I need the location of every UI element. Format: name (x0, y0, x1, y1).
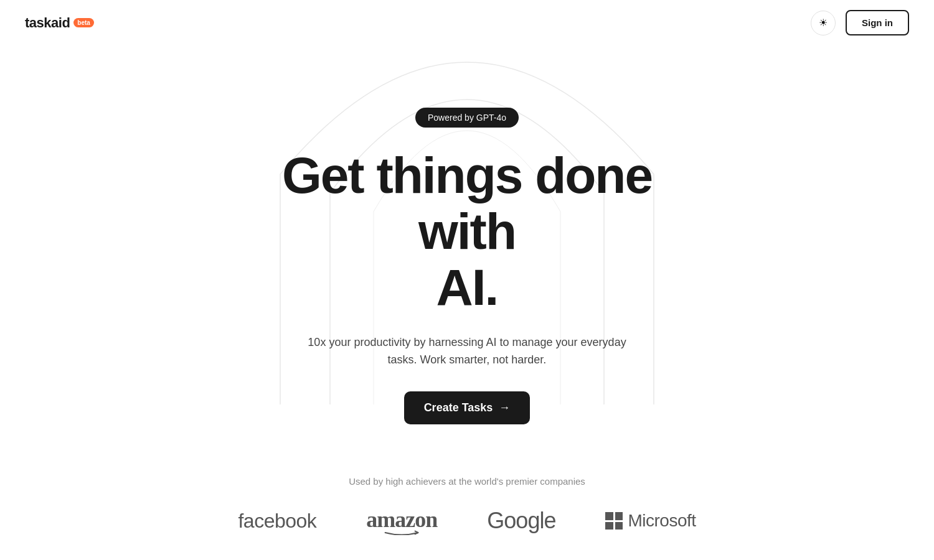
hero-subtitle: 10x your productivity by harnessing AI t… (293, 334, 641, 370)
microsoft-logo-text: Microsoft (628, 511, 696, 531)
companies-label: Used by high achievers at the world's pr… (25, 476, 909, 487)
ms-square-3 (605, 522, 613, 530)
ms-square-4 (615, 522, 623, 530)
main-content: Powered by GPT-4o Get things done with A… (0, 45, 934, 424)
powered-badge: Powered by GPT-4o (415, 108, 519, 128)
hero-title-line1: Get things done with (282, 147, 652, 259)
facebook-logo-text: facebook (238, 510, 316, 533)
sun-icon: ☀ (819, 17, 828, 29)
logo: taskaidbeta (25, 15, 94, 31)
ms-square-2 (615, 512, 623, 520)
amazon-logo-text: amazon (366, 506, 437, 533)
companies-section: Used by high achievers at the world's pr… (0, 457, 934, 560)
google-logo: Google (487, 508, 555, 534)
theme-toggle-button[interactable]: ☀ (811, 11, 836, 35)
sign-in-button[interactable]: Sign in (846, 10, 909, 35)
ms-square-1 (605, 512, 613, 520)
arrow-right-icon: → (499, 401, 510, 414)
header: taskaidbeta ☀ Sign in (0, 0, 934, 45)
microsoft-logo: Microsoft (605, 511, 696, 531)
create-tasks-button[interactable]: Create Tasks → (404, 391, 531, 424)
google-logo-text: Google (487, 508, 555, 534)
hero-title-line2: AI. (436, 259, 498, 315)
cta-label: Create Tasks (424, 401, 493, 414)
beta-badge: beta (73, 18, 94, 27)
facebook-logo: facebook (238, 510, 316, 533)
header-right: ☀ Sign in (811, 10, 909, 35)
companies-row: facebook amazon Google Microsoft (25, 506, 909, 535)
amazon-arrow-icon (380, 530, 423, 535)
microsoft-grid-icon (605, 512, 623, 530)
logo-text: taskaid (25, 15, 70, 31)
amazon-logo: amazon (366, 506, 437, 535)
hero-title: Get things done with AI. (249, 147, 685, 316)
